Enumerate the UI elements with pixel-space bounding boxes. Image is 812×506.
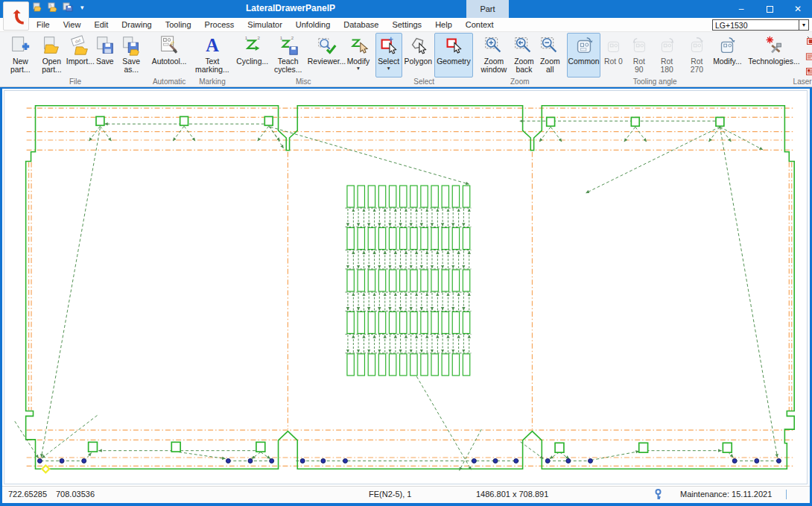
new-part-icon <box>9 34 31 57</box>
svg-text:2: 2 <box>291 35 294 40</box>
ribbon: New part... Open part... dxf Import... <box>0 32 812 87</box>
rot-270-button[interactable]: Rot 270 <box>682 33 711 78</box>
menu-drawing[interactable]: Drawing <box>115 20 158 29</box>
reviewer-button[interactable]: Reviewer... <box>308 33 346 78</box>
polygon-icon <box>407 34 429 57</box>
qa-save-icon[interactable] <box>63 2 73 12</box>
rot-90-button[interactable]: Rot 90 <box>626 33 652 78</box>
teach-cycles-icon: 12 <box>277 34 299 57</box>
save-button[interactable]: Save <box>92 33 117 78</box>
group-label-automatic: Automatic <box>150 78 188 86</box>
window-frame: 722.65285 708.03536 FE(N2-5), 1 1486.801… <box>0 87 812 506</box>
status-cursor-y: 708.03536 <box>56 490 95 499</box>
menu-view[interactable]: View <box>57 20 88 29</box>
svg-text:2: 2 <box>257 35 260 40</box>
destruct-button[interactable]: Destruct... <box>803 35 812 46</box>
modify-tooling-icon <box>716 34 738 57</box>
select-button[interactable]: Select ▾ <box>375 33 402 78</box>
save-icon <box>94 34 116 57</box>
import-button[interactable]: dxf Import... <box>68 33 92 78</box>
rot-0-icon <box>602 34 624 57</box>
modify-dropdown-icon[interactable]: ▾ <box>357 66 360 71</box>
ribbon-group-marking: A Text marking... Marking <box>192 32 232 86</box>
select-icon <box>378 34 400 57</box>
text-marking-button[interactable]: A Text marking... <box>193 33 232 78</box>
close-button[interactable]: ✕ <box>784 0 812 18</box>
combobox-dropdown-icon[interactable]: ▾ <box>799 20 808 30</box>
menu-simulator[interactable]: Simulator <box>241 20 288 29</box>
window-title: LateralDrawerPanelP <box>246 3 335 13</box>
cut-scrap-icon <box>805 51 812 61</box>
reviewer-icon <box>316 34 338 57</box>
menu-context[interactable]: Context <box>459 20 501 29</box>
cut-scrap-button[interactable]: Cut scrap... <box>803 47 812 65</box>
menu-unfolding[interactable]: Unfolding <box>289 20 337 29</box>
status-part-size: 1486.801 x 708.891 <box>476 490 548 499</box>
text-marking-icon: A <box>201 34 223 57</box>
zoom-all-icon <box>539 34 561 57</box>
zoom-all-button[interactable]: Zoom all <box>538 33 562 78</box>
rot-0-button[interactable]: Rot 0 <box>600 33 626 78</box>
laser-icon <box>805 66 812 76</box>
rot-270-icon <box>685 34 708 57</box>
zoom-back-button[interactable]: Zoom back <box>510 33 538 78</box>
modify-misc-icon <box>347 34 369 57</box>
qa-import-icon[interactable] <box>48 2 58 12</box>
modify-misc-button[interactable]: Modify ▾ <box>346 33 370 78</box>
menu-edit[interactable]: Edit <box>87 20 115 29</box>
zoom-window-icon <box>483 34 505 57</box>
new-part-button[interactable]: New part... <box>5 33 36 78</box>
laser-button[interactable]: Laser... <box>803 66 812 77</box>
app-logo-icon <box>7 7 26 26</box>
machine-selector-combobox[interactable]: LG+1530 ▾ <box>712 19 809 31</box>
geometry-button[interactable]: Geometry <box>434 33 473 78</box>
zoom-window-button[interactable]: Zoom window <box>478 33 510 78</box>
app-logo[interactable] <box>3 1 29 31</box>
polygon-button[interactable]: Polygon <box>402 33 435 78</box>
svg-text:1: 1 <box>279 35 282 40</box>
technologies-button[interactable]: Technologies... <box>747 33 800 78</box>
ribbon-group-select: Select ▾ Polygon Geometry Select <box>375 32 474 86</box>
rot-180-button[interactable]: Rot 180 <box>652 33 682 78</box>
status-cursor-x: 722.65285 <box>8 490 47 499</box>
context-tab-group-part[interactable]: Part <box>466 0 509 18</box>
drawing-canvas[interactable] <box>2 87 810 486</box>
menu-file[interactable]: File <box>30 20 57 29</box>
group-label-select: Select <box>375 78 473 86</box>
titlebar: ▾ LateralDrawerPanelP Part – ✕ <box>0 0 812 18</box>
status-separator <box>786 490 787 499</box>
import-icon: dxf <box>69 34 92 57</box>
group-label-marking: Marking <box>193 78 232 86</box>
statusbar: 722.65285 708.03536 FE(N2-5), 1 1486.801… <box>2 486 810 503</box>
ribbon-group-automatic: Autotool... Automatic <box>149 32 189 86</box>
window-controls: – ✕ <box>727 0 812 18</box>
zoom-back-icon <box>513 34 535 57</box>
save-as-button[interactable]: Save as... <box>117 33 145 78</box>
ribbon-group-tooling-angle: Common Rot 0 <box>566 32 744 86</box>
minimize-button[interactable]: – <box>727 0 755 18</box>
common-tooling-button[interactable]: Common <box>567 33 601 78</box>
ribbon-group-file: New part... Open part... dxf Import... <box>4 32 146 86</box>
group-label-laser: Laser <box>747 78 812 86</box>
quick-access-toolbar: ▾ <box>33 2 84 12</box>
menu-settings[interactable]: Settings <box>385 20 428 29</box>
menu-process[interactable]: Process <box>198 20 241 29</box>
menu-tooling[interactable]: Tooling <box>159 20 198 29</box>
status-key-icon <box>653 489 663 500</box>
teach-cycles-button[interactable]: 12 Teach cycles... <box>269 33 308 78</box>
cycling-icon: 12 <box>241 34 264 57</box>
ribbon-group-misc: 12 Cycling... 12 Teach cycles... <box>235 32 372 86</box>
maximize-button[interactable] <box>755 0 784 18</box>
status-tool-info: FE(N2-5), 1 <box>369 490 411 499</box>
open-part-button[interactable]: Open part... <box>36 33 69 78</box>
part-drawing-svg[interactable] <box>4 90 808 484</box>
cycling-button[interactable]: 12 Cycling... <box>236 33 269 78</box>
common-tooling-icon <box>573 34 595 57</box>
modify-tooling-button[interactable]: Modify... <box>711 33 743 78</box>
autotool-button[interactable]: Autotool... <box>150 33 188 78</box>
qa-customize-caret-icon[interactable]: ▾ <box>80 4 84 11</box>
menu-help[interactable]: Help <box>428 20 459 29</box>
select-dropdown-icon[interactable]: ▾ <box>387 66 390 71</box>
menu-database[interactable]: Database <box>337 20 385 29</box>
qa-open-icon[interactable] <box>33 2 43 12</box>
